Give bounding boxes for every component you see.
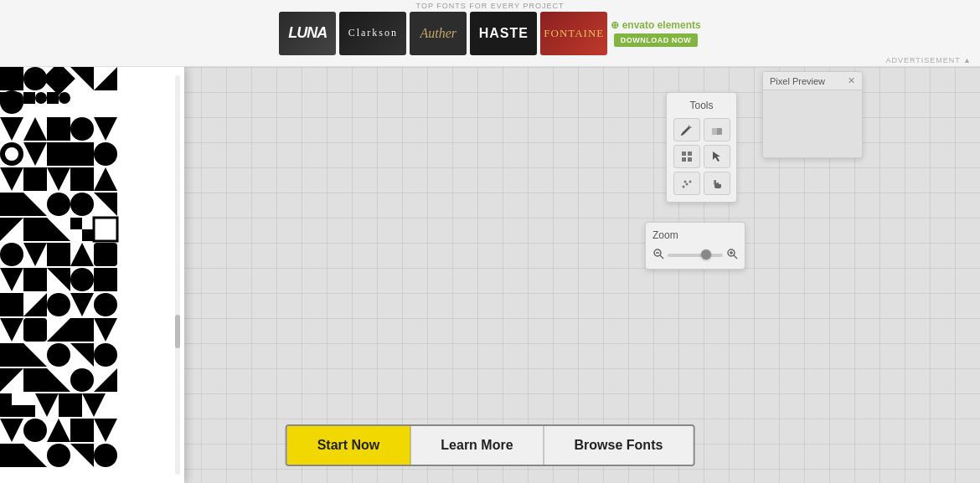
tool-cursor[interactable]: [704, 145, 730, 168]
browse-fonts-button[interactable]: Browse Fonts: [544, 426, 694, 465]
svg-rect-66: [0, 393, 12, 417]
svg-rect-16: [47, 142, 70, 166]
pixel-preview-content: [763, 90, 862, 157]
svg-marker-55: [94, 318, 117, 342]
svg-rect-64: [70, 368, 94, 392]
svg-rect-54: [70, 318, 94, 342]
svg-marker-53: [47, 318, 70, 342]
svg-marker-29: [94, 193, 117, 216]
svg-marker-63: [47, 368, 70, 392]
svg-rect-72: [23, 419, 47, 442]
svg-line-94: [660, 255, 663, 259]
svg-rect-74: [70, 419, 94, 442]
tool-eraser[interactable]: [704, 118, 730, 141]
learn-more-button[interactable]: Learn More: [410, 426, 544, 465]
cta-bar: Start Now Learn More Browse Fonts: [286, 424, 695, 466]
svg-rect-23: [70, 167, 94, 191]
svg-line-98: [734, 255, 737, 259]
svg-marker-30: [0, 218, 23, 241]
svg-point-90: [684, 181, 687, 183]
svg-marker-47: [23, 293, 47, 316]
svg-rect-5: [12, 92, 23, 104]
svg-point-7: [35, 92, 47, 104]
svg-marker-73: [47, 419, 70, 442]
svg-marker-75: [94, 419, 117, 442]
pixel-preview-close[interactable]: ✕: [848, 75, 855, 86]
start-now-button[interactable]: Start Now: [287, 426, 411, 465]
ad-font-haste[interactable]: HASTE: [470, 12, 537, 55]
tool-dots[interactable]: [673, 172, 700, 195]
zoom-out-icon[interactable]: [652, 248, 664, 262]
svg-rect-3: [42, 67, 75, 95]
svg-point-17: [3, 146, 20, 162]
svg-rect-36: [0, 243, 23, 266]
svg-rect-91: [714, 180, 715, 185]
svg-rect-21: [23, 167, 47, 191]
svg-point-27: [47, 193, 70, 216]
svg-point-88: [686, 183, 689, 186]
svg-marker-71: [0, 419, 23, 442]
zoom-slider[interactable]: [668, 254, 723, 257]
tool-hand[interactable]: [704, 172, 730, 195]
svg-rect-40: [94, 243, 117, 266]
svg-point-19: [94, 142, 117, 166]
grid-icon: [680, 150, 694, 163]
svg-rect-44: [70, 268, 94, 291]
svg-point-80: [94, 444, 117, 467]
svg-marker-43: [47, 268, 70, 291]
cursor-icon: [710, 150, 724, 163]
ad-font-luna[interactable]: LUNA: [279, 12, 336, 55]
svg-point-13: [70, 117, 94, 141]
svg-rect-28: [70, 193, 94, 216]
svg-rect-34: [82, 229, 94, 241]
svg-marker-32: [47, 218, 70, 241]
advertisement-bar: TOP FONTS FOR EVERY PROJECT LUNA Clarkso…: [0, 0, 980, 67]
ad-font-clarkson[interactable]: Clarkson: [339, 12, 406, 55]
svg-marker-37: [23, 243, 47, 266]
ad-font-fontaine[interactable]: FONTAINE: [540, 12, 607, 55]
tool-pencil[interactable]: [673, 118, 700, 141]
svg-rect-67: [12, 405, 35, 417]
svg-marker-20: [0, 167, 23, 191]
scrollbar-thumb[interactable]: [175, 315, 180, 348]
pixel-preview-header: Pixel Preview ✕: [763, 72, 862, 90]
zoom-thumb[interactable]: [701, 249, 711, 259]
svg-rect-50: [94, 293, 117, 316]
pixel-preview-panel: Pixel Preview ✕: [762, 71, 863, 158]
tools-panel: Tools: [666, 92, 737, 203]
svg-marker-18: [70, 142, 94, 166]
dots-icon: [680, 177, 694, 190]
svg-rect-8: [47, 92, 59, 104]
panel-scrollbar[interactable]: [175, 75, 180, 475]
svg-rect-12: [47, 117, 70, 141]
pencil-icon: [680, 123, 694, 136]
svg-rect-62: [23, 368, 47, 392]
ad-envato[interactable]: ⊕ envato elements DOWNLOAD NOW: [611, 19, 700, 47]
zoom-controls: [652, 248, 738, 262]
svg-marker-45: [94, 268, 117, 291]
svg-rect-4: [0, 92, 12, 104]
svg-marker-22: [47, 167, 70, 191]
svg-marker-59: [70, 343, 94, 367]
svg-marker-79: [70, 444, 94, 467]
svg-marker-68: [35, 393, 59, 417]
svg-rect-76: [0, 444, 23, 467]
ad-footer-label: ADVERTISEMENT ▲: [885, 56, 972, 64]
svg-rect-86: [688, 157, 692, 162]
svg-rect-33: [70, 218, 82, 229]
zoom-in-icon[interactable]: [726, 248, 738, 262]
envato-download-btn[interactable]: DOWNLOAD NOW: [614, 33, 699, 47]
tool-grid[interactable]: [673, 145, 700, 168]
svg-marker-51: [0, 318, 23, 342]
font-art-panel: [0, 67, 184, 483]
zoom-panel: Zoom: [645, 222, 745, 270]
svg-rect-0: [0, 67, 23, 90]
main-canvas-area: Pixel Preview ✕ Tools: [0, 67, 980, 483]
svg-marker-24: [94, 167, 117, 191]
svg-marker-10: [0, 117, 23, 141]
svg-marker-77: [23, 444, 47, 467]
svg-marker-39: [70, 243, 94, 266]
ad-font-auther[interactable]: Auther: [410, 12, 467, 55]
hand-icon: [710, 177, 724, 190]
svg-rect-58: [47, 343, 70, 367]
